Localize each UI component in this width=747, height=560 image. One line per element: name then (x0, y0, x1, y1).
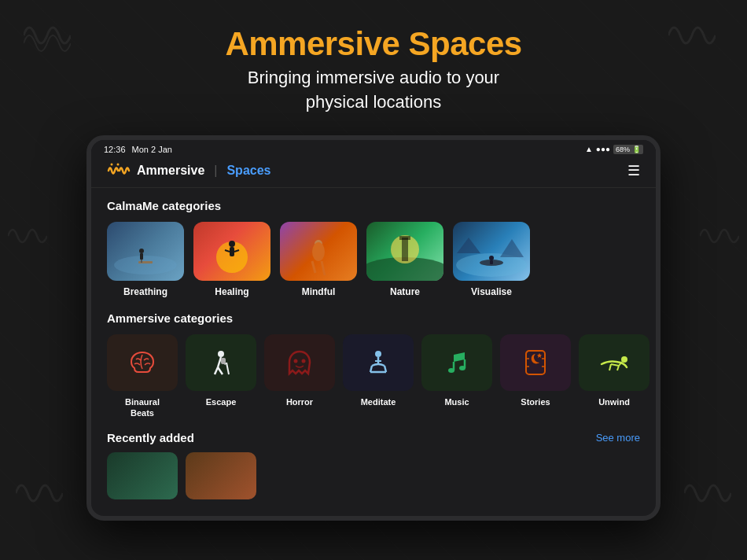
svg-rect-10 (230, 247, 234, 256)
unwind-label: Unwind (598, 396, 630, 407)
recent-thumb-2[interactable] (186, 452, 256, 499)
svg-marker-47 (537, 353, 542, 358)
calma-category-breathing[interactable]: Breathing (107, 222, 184, 297)
amm-music[interactable]: Music (421, 334, 492, 419)
amm-escape[interactable]: Escape (186, 334, 256, 419)
status-bar: 12:36 Mon 2 Jan ▲ ●●● 68% 🔋 (91, 140, 656, 157)
ammersive-section-title: Ammersive categories (107, 311, 640, 325)
status-date: Mon 2 Jan (132, 145, 172, 154)
app-content: CalmaMe categories (91, 188, 656, 501)
battery-icon: 🔋 (632, 146, 641, 153)
svg-line-51 (617, 366, 619, 370)
stories-icon-box (500, 334, 571, 391)
binaural-icon-box (107, 334, 178, 391)
svg-line-26 (218, 357, 221, 367)
logo-spaces: Spaces (226, 164, 270, 178)
ammersive-section: Ammersive categories BinauralBeats (107, 311, 640, 419)
signal-icon: ●●● (596, 145, 610, 153)
unwind-icon-box (579, 334, 649, 391)
page-title: Ammersive Spaces (0, 25, 747, 63)
svg-line-28 (218, 367, 223, 374)
recently-added-header: Recently added See more (107, 431, 640, 444)
logo-brand: Ammersive (137, 164, 204, 178)
amm-stories[interactable]: Stories (500, 334, 571, 419)
svg-rect-20 (399, 236, 410, 240)
app-logo: Ammersive | Spaces (107, 162, 270, 179)
nature-label: Nature (390, 286, 420, 297)
calma-category-healing[interactable]: Healing (193, 222, 270, 297)
meditation-icon (364, 348, 392, 377)
brain-icon (127, 348, 158, 377)
svg-line-16 (322, 261, 325, 275)
recently-thumbnails (107, 452, 640, 499)
svg-rect-24 (490, 260, 493, 264)
svg-line-50 (611, 364, 619, 366)
calma-categories-list: Breathing (107, 222, 640, 297)
svg-point-25 (218, 351, 224, 357)
battery-indicator: 68% 🔋 (613, 145, 643, 154)
mindful-label: Mindful (302, 286, 336, 297)
svg-line-15 (312, 261, 315, 273)
horror-label: Horror (286, 396, 313, 407)
breathing-image (107, 222, 184, 281)
wifi-icon: ▲ (585, 145, 593, 153)
page-subtitle: Bringing immersive audio to your physica… (0, 66, 747, 115)
logo-divider: | (214, 164, 217, 178)
status-time: 12:36 (104, 145, 126, 154)
healing-image (193, 222, 270, 281)
amm-unwind[interactable]: Unwind (579, 334, 649, 419)
mindful-image (280, 222, 357, 281)
recent-thumb-1[interactable] (107, 452, 178, 499)
tablet-frame: 12:36 Mon 2 Jan ▲ ●●● 68% 🔋 Ammersive | … (86, 135, 661, 521)
nature-image (366, 222, 443, 281)
meditate-icon-box (343, 334, 414, 391)
ammersive-categories-list: BinauralBeats (107, 334, 640, 419)
music-icon (443, 348, 471, 377)
svg-point-34 (375, 351, 381, 357)
svg-point-32 (294, 359, 298, 363)
binaural-label: BinauralBeats (125, 396, 160, 419)
app-header: Ammersive | Spaces ☰ (91, 157, 656, 188)
svg-point-6 (139, 249, 144, 253)
unwind-icon (598, 350, 630, 375)
music-icon-box (421, 334, 492, 391)
calma-category-mindful[interactable]: Mindful (280, 222, 357, 297)
hiker-icon (207, 348, 235, 377)
status-icons: ▲ ●●● 68% 🔋 (585, 145, 643, 154)
svg-rect-31 (221, 358, 226, 364)
menu-button[interactable]: ☰ (627, 162, 640, 179)
svg-rect-7 (140, 253, 143, 260)
escape-icon-box (186, 334, 256, 391)
calma-category-nature[interactable]: Nature (366, 222, 443, 297)
see-more-button[interactable]: See more (596, 432, 640, 444)
page-header: Ammersive Spaces Bringing immersive audi… (0, 0, 747, 121)
stories-label: Stories (521, 396, 550, 407)
logo-waves-icon (107, 162, 131, 179)
calma-section-title: CalmaMe categories (107, 199, 640, 212)
healing-label: Healing (215, 286, 248, 297)
calma-category-visualise[interactable]: Visualise (453, 222, 530, 297)
stories-book-icon (521, 348, 550, 378)
svg-rect-4 (138, 261, 153, 263)
ghost-icon (285, 348, 315, 377)
svg-point-23 (489, 256, 494, 260)
amm-meditate[interactable]: Meditate (343, 334, 414, 419)
svg-point-41 (459, 366, 465, 370)
svg-point-9 (229, 241, 235, 247)
calma-section: CalmaMe categories (107, 199, 640, 297)
meditate-label: Meditate (361, 396, 396, 407)
escape-label: Escape (206, 396, 237, 407)
svg-point-3 (114, 256, 177, 274)
visualise-label: Visualise (471, 286, 512, 297)
svg-rect-19 (402, 238, 408, 261)
recently-added-title: Recently added (107, 431, 194, 444)
svg-point-14 (312, 242, 325, 261)
horror-icon-box (264, 334, 335, 391)
amm-horror[interactable]: Horror (264, 334, 335, 419)
breathing-label: Breathing (123, 286, 167, 297)
svg-point-0 (111, 163, 113, 165)
amm-binaural-beats[interactable]: BinauralBeats (107, 334, 178, 419)
svg-point-40 (448, 368, 454, 373)
visualise-image (453, 222, 530, 281)
recently-added-section: Recently added See more (107, 431, 640, 499)
